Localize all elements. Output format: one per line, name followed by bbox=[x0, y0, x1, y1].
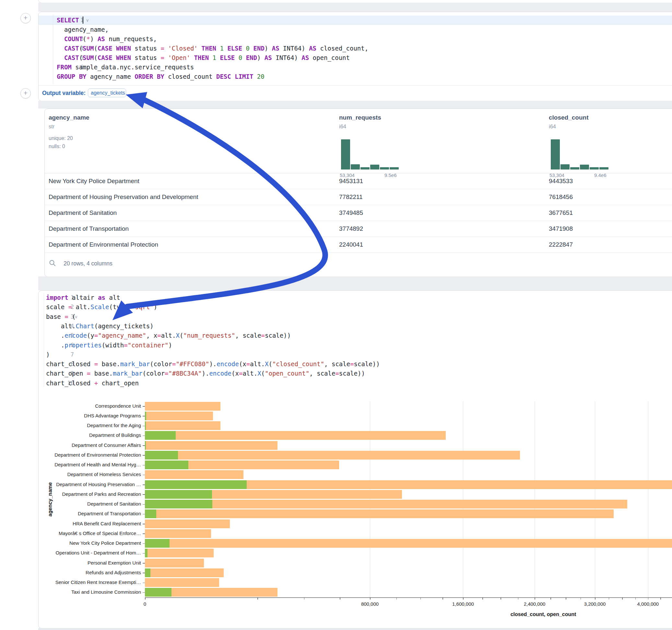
table-row[interactable]: New York City Police Department945313194… bbox=[45, 173, 672, 189]
x-tick bbox=[648, 597, 649, 600]
code-line[interactable]: FROM sample_data.nyc.service_requests bbox=[57, 63, 194, 72]
table-row[interactable]: Department of Transportation377489234719… bbox=[45, 221, 672, 237]
gridline bbox=[595, 401, 595, 597]
add-cell-button[interactable]: + bbox=[20, 13, 31, 23]
y-axis-label: Correspondence Unit bbox=[39, 403, 141, 409]
table-row[interactable]: Department of Sanitation37494853677651 bbox=[45, 205, 672, 221]
fold-chevron-icon[interactable]: ∨ bbox=[86, 16, 89, 25]
line-number: 7 bbox=[62, 350, 74, 359]
bar-closed-count bbox=[145, 519, 230, 528]
cell-closed-count: 3677651 bbox=[549, 205, 573, 221]
code-line[interactable]: .encode(y="agency_name", x=alt.X("num_re… bbox=[46, 331, 291, 340]
y-tick bbox=[143, 445, 145, 446]
gridline bbox=[370, 401, 370, 597]
table-row[interactable]: Department of Environmental Protection22… bbox=[45, 237, 672, 253]
histogram-bar bbox=[380, 167, 389, 169]
cell-agency-name: Department of Housing Preservation and D… bbox=[49, 189, 198, 205]
column-header-num-requests[interactable]: num_requests bbox=[339, 114, 381, 121]
y-axis-label: Department for the Aging bbox=[39, 422, 141, 428]
y-tick bbox=[143, 455, 145, 456]
gutter-separator bbox=[53, 14, 53, 84]
histogram-bar bbox=[390, 167, 399, 169]
y-axis-label: Department of Health and Mental Hyg… bbox=[39, 462, 141, 467]
bar-closed-count bbox=[145, 509, 614, 518]
bar-open-count bbox=[145, 421, 146, 430]
bar-open-count bbox=[145, 490, 212, 499]
bar-closed-count bbox=[145, 412, 213, 420]
y-tick bbox=[143, 436, 145, 436]
y-axis-label: Refunds and Adjustments bbox=[39, 570, 141, 575]
bar-open-count bbox=[145, 461, 188, 469]
code-line[interactable]: base = ( bbox=[46, 312, 76, 321]
code-line[interactable]: import altair as alt bbox=[46, 293, 120, 302]
y-axis-label: Department of Environmental Protection bbox=[39, 452, 141, 458]
bar-open-count bbox=[145, 539, 170, 548]
code-line[interactable]: .properties(width="container") bbox=[46, 341, 172, 350]
histogram-bar bbox=[341, 139, 350, 169]
histogram-bar bbox=[580, 165, 589, 169]
cell-agency-name: Department of Environmental Protection bbox=[49, 237, 158, 252]
bar-closed-count bbox=[145, 402, 220, 411]
x-tick bbox=[550, 597, 551, 600]
table-row[interactable]: Department of Housing Preservation and D… bbox=[45, 189, 672, 205]
y-axis-label: New York City Police Department bbox=[39, 540, 141, 546]
code-line[interactable]: SELECT bbox=[57, 16, 83, 25]
y-tick bbox=[143, 465, 145, 466]
y-tick bbox=[143, 524, 145, 524]
bar-closed-count bbox=[145, 431, 446, 440]
x-axis-label: 1,600,000 bbox=[452, 601, 474, 607]
code-line[interactable]: ) bbox=[46, 350, 50, 359]
bar-open-count bbox=[145, 588, 171, 597]
code-line[interactable]: CAST(SUM(CASE WHEN status = 'Open' THEN … bbox=[57, 53, 350, 63]
y-tick bbox=[143, 583, 145, 583]
bar-closed-count bbox=[145, 549, 214, 557]
histogram-closed-count bbox=[551, 139, 608, 169]
cell-num-requests: 9453131 bbox=[339, 173, 363, 189]
sql-editor[interactable]: 1∨SELECT 2 agency_name,3 COUNT(*) AS num… bbox=[38, 12, 672, 85]
column-header-closed-count[interactable]: closed_count bbox=[549, 114, 589, 121]
bar-closed-count bbox=[145, 568, 224, 577]
search-icon[interactable] bbox=[49, 259, 56, 267]
column-type: i64 bbox=[549, 123, 556, 130]
x-axis-label: 2,400,000 bbox=[524, 601, 546, 607]
code-line[interactable]: scale = alt.Scale(type="sqrt") bbox=[46, 302, 157, 312]
code-line[interactable]: GROUP BY agency_name ORDER BY closed_cou… bbox=[57, 72, 265, 81]
column-header-agency-name[interactable]: agency_name bbox=[49, 114, 90, 121]
gridline bbox=[648, 401, 648, 597]
code-line[interactable]: chart_closed = base.mark_bar(color="#FFC… bbox=[46, 359, 380, 369]
bar-open-count bbox=[145, 509, 156, 518]
bar-open-count bbox=[145, 549, 147, 557]
y-tick bbox=[143, 484, 145, 485]
y-axis-label: Department of Transportation bbox=[39, 511, 141, 516]
y-tick bbox=[143, 406, 145, 407]
x-tick bbox=[463, 597, 463, 600]
x-tick bbox=[304, 597, 305, 600]
cell-gap bbox=[38, 276, 672, 290]
bar-open-count bbox=[145, 431, 176, 440]
add-cell-button[interactable]: + bbox=[20, 88, 31, 98]
output-variable-pill[interactable]: agency_tickets bbox=[88, 89, 126, 97]
y-axis-label: Senior Citizen Rent Increase Exempti… bbox=[39, 579, 141, 585]
y-tick bbox=[143, 416, 145, 416]
x-axis-label: 4,000,000 bbox=[637, 601, 659, 607]
cell-gap bbox=[38, 3, 672, 12]
output-variable-bar bbox=[39, 85, 672, 101]
histogram-bar bbox=[599, 167, 608, 169]
code-line[interactable]: chart_open = base.mark_bar(color="#8BC34… bbox=[46, 369, 365, 378]
x-tick bbox=[501, 597, 501, 600]
y-axis-label: Operations Unit - Department of Hom… bbox=[39, 550, 141, 555]
python-editor[interactable]: 1import altair as alt2scale = alt.Scale(… bbox=[38, 290, 672, 391]
y-axis-label: Department of Sanitation bbox=[39, 501, 141, 507]
code-line[interactable]: agency_name, bbox=[57, 25, 109, 34]
y-tick bbox=[143, 592, 145, 593]
cell-closed-count: 2222847 bbox=[549, 237, 573, 252]
code-line[interactable]: alt.Chart(agency_tickets) bbox=[46, 321, 154, 331]
bar-closed-count bbox=[145, 529, 211, 538]
gridline bbox=[463, 401, 463, 597]
code-line[interactable]: chart_closed + chart_open bbox=[46, 379, 139, 388]
y-tick bbox=[143, 514, 145, 515]
code-line[interactable]: CAST(SUM(CASE WHEN status = 'Closed' THE… bbox=[57, 44, 368, 53]
code-line[interactable]: COUNT(*) AS num_requests, bbox=[57, 34, 157, 44]
x-tick bbox=[581, 597, 581, 600]
cell-num-requests: 3749485 bbox=[339, 205, 363, 221]
